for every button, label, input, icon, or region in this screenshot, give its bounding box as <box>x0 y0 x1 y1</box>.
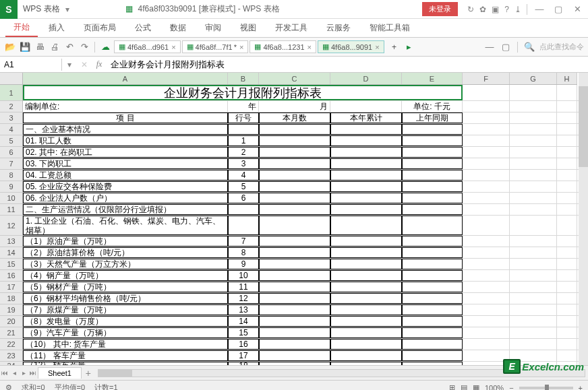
redo-icon[interactable]: ↷ <box>78 41 90 53</box>
cell[interactable] <box>402 204 463 215</box>
select-all-corner[interactable] <box>0 73 23 85</box>
cell[interactable]: 一、企业基本情况 <box>23 124 228 135</box>
menu-item[interactable]: 视图 <box>232 20 264 36</box>
cell[interactable] <box>330 181 402 192</box>
cell[interactable]: （9）汽车产量（万辆） <box>23 327 228 338</box>
row-header[interactable]: 5 <box>0 135 22 147</box>
row-header[interactable]: 19 <box>0 304 22 316</box>
cells-area[interactable]: 企业财务会计月报附列指标表编制单位:年月单位: 千元项 目行号本月数本年累计上年… <box>23 85 588 365</box>
cell[interactable] <box>330 158 402 169</box>
sync-icon[interactable]: ↻ <box>467 5 474 14</box>
cell[interactable]: 14 <box>228 316 259 327</box>
column-header[interactable]: H <box>557 73 577 84</box>
cell[interactable]: 06. 企业法人户数（户） <box>23 193 228 203</box>
cell[interactable]: （5）钢材产量（万吨） <box>23 282 228 292</box>
menu-item[interactable]: 数据 <box>162 20 194 36</box>
cell[interactable] <box>402 170 463 181</box>
cell[interactable] <box>330 350 402 361</box>
search-placeholder[interactable]: 点此查找命令 <box>539 42 584 52</box>
column-header[interactable]: C <box>259 73 330 84</box>
view-break-icon[interactable]: ▦ <box>473 383 479 390</box>
menu-item[interactable]: 插入 <box>40 20 73 36</box>
cell[interactable]: 12 <box>228 293 259 304</box>
cell[interactable] <box>330 147 402 158</box>
cell[interactable] <box>402 247 463 258</box>
formula-input[interactable]: 企业财务会计月报附列指标表 <box>107 57 588 72</box>
cell[interactable]: （6）钢材平均销售价格（吨/元） <box>23 293 228 304</box>
document-tab[interactable]: ▦4f6a8...d961× <box>114 40 181 53</box>
login-button[interactable]: 未登录 <box>422 2 458 16</box>
row-header[interactable]: 22 <box>0 339 22 350</box>
document-tab[interactable]: ▦4f6a8...9091× <box>318 40 384 53</box>
cell[interactable]: 年 <box>228 101 259 112</box>
cell[interactable] <box>228 204 259 215</box>
cell[interactable] <box>402 327 463 338</box>
cell[interactable]: （1）原油产量（万吨） <box>23 236 228 247</box>
cell[interactable]: （12） 轿车产量 <box>23 362 228 365</box>
maximize-button[interactable]: ▢ <box>550 3 566 16</box>
cell[interactable]: 1 <box>228 135 259 146</box>
row-header[interactable]: 13 <box>0 236 22 247</box>
row-header[interactable]: 14 <box>0 247 22 259</box>
cell[interactable] <box>330 216 402 235</box>
cell[interactable]: 月 <box>259 101 330 112</box>
print-icon[interactable]: 🖨 <box>49 41 61 53</box>
cell[interactable] <box>402 259 463 269</box>
row-header[interactable]: 18 <box>0 293 22 304</box>
column-header[interactable]: F <box>463 73 510 84</box>
document-tab[interactable]: ▦4f6a8f...7f1*× <box>182 40 249 53</box>
min-ribbon-icon[interactable]: — <box>483 41 496 53</box>
tab-list-icon[interactable]: ▸ <box>403 41 415 53</box>
feedback-icon[interactable]: ⤓ <box>514 5 521 14</box>
cell[interactable]: 03. 下岗职工 <box>23 158 228 169</box>
cell[interactable] <box>259 350 330 361</box>
cell[interactable] <box>259 282 330 292</box>
cell[interactable] <box>330 101 402 112</box>
cell[interactable] <box>259 259 330 269</box>
cell[interactable] <box>402 236 463 247</box>
cell[interactable]: 17 <box>228 350 259 361</box>
new-tab-button[interactable]: + <box>388 42 401 52</box>
sheet-nav-next-icon[interactable]: ▸ <box>19 369 28 377</box>
view-normal-icon[interactable]: ⊞ <box>449 383 455 390</box>
cell[interactable]: （4）钢产量（万吨） <box>23 270 228 281</box>
cell[interactable] <box>330 259 402 269</box>
skin-icon[interactable]: ▣ <box>492 5 499 14</box>
cell[interactable] <box>259 327 330 338</box>
cell[interactable] <box>259 339 330 350</box>
cell[interactable] <box>330 135 402 146</box>
cell[interactable] <box>259 135 330 146</box>
cell[interactable] <box>402 339 463 350</box>
cell[interactable]: 1. 工业企业（石油、石化、钢铁、煤炭、电力、汽车、烟草） <box>23 216 228 235</box>
cell[interactable]: （8）发电量（万度） <box>23 316 228 327</box>
row-header[interactable]: 4 <box>0 124 22 135</box>
name-box[interactable]: A1 <box>0 59 62 71</box>
column-header[interactable]: G <box>510 73 557 84</box>
cell[interactable] <box>330 124 402 135</box>
row-header[interactable]: 15 <box>0 259 22 270</box>
row-header[interactable]: 21 <box>0 327 22 339</box>
column-headers[interactable]: ABCDEFGH <box>23 73 577 85</box>
cell[interactable] <box>402 124 463 135</box>
close-button[interactable]: ✕ <box>569 3 585 16</box>
cell[interactable] <box>330 304 402 315</box>
header-cell[interactable]: 本月数 <box>259 112 330 123</box>
cell[interactable] <box>330 204 402 215</box>
name-box-dropdown-icon[interactable]: ▾ <box>62 60 77 69</box>
row-headers[interactable]: 123456789101112131415161718192021222324 <box>0 85 23 365</box>
cell[interactable] <box>259 236 330 247</box>
cell[interactable]: （2）原油结算价格（吨/元） <box>23 247 228 258</box>
row-header[interactable]: 24 <box>0 362 22 365</box>
cell[interactable]: 02. 其中: 在岗职工 <box>23 147 228 158</box>
row-header[interactable]: 7 <box>0 158 22 170</box>
cell[interactable] <box>330 339 402 350</box>
row-header[interactable]: 3 <box>0 112 22 124</box>
cell[interactable] <box>402 350 463 361</box>
cell[interactable] <box>402 193 463 203</box>
cell[interactable] <box>402 362 463 365</box>
row-header[interactable]: 2 <box>0 101 22 112</box>
cell[interactable]: 10 <box>228 270 259 281</box>
sheet-nav-prev-icon[interactable]: ◂ <box>9 369 19 377</box>
gear-icon[interactable]: ⚙ <box>5 383 12 390</box>
menu-item[interactable]: 公式 <box>127 20 159 36</box>
